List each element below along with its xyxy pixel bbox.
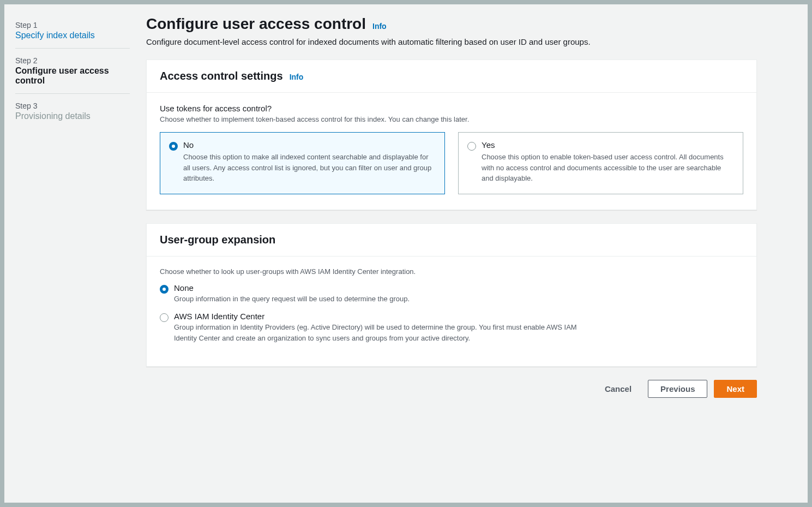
tile-desc: Choose this option to make all indexed c… [183,152,436,184]
step-title: Provisioning details [15,111,130,121]
step-title[interactable]: Specify index details [15,31,130,40]
main-content: Configure user access control Info Confi… [146,15,757,492]
page-title: Configure user access control [146,15,366,33]
page-container: Step 1 Specify index details Step 2 Conf… [4,4,808,503]
panel-header: User-group expansion [147,224,756,257]
step-1[interactable]: Step 1 Specify index details [15,21,130,49]
next-button[interactable]: Next [714,380,757,398]
access-control-panel: Access control settings Info Use tokens … [146,59,757,210]
field-hint: Choose whether to implement token-based … [160,115,743,123]
tile-content: Yes Choose this option to enable token-b… [482,140,734,184]
panel-body: Use tokens for access control? Choose wh… [147,93,756,210]
radio-icon [467,142,476,151]
tile-title: No [183,140,436,150]
radio-title: None [174,283,743,293]
panel-title: Access control settings [160,70,283,82]
tile-title: Yes [482,140,734,150]
user-group-panel: User-group expansion Choose whether to l… [146,223,757,367]
info-link[interactable]: Info [290,73,304,81]
radio-icon [160,285,169,294]
radio-option-none[interactable]: None Group information in the query requ… [160,283,743,305]
panel-header: Access control settings Info [147,60,756,93]
tile-option-no[interactable]: No Choose this option to make all indexe… [160,132,445,194]
tile-desc: Choose this option to enable token-based… [482,152,734,184]
info-link[interactable]: Info [372,22,387,31]
step-2: Step 2 Configure user access control [15,56,130,94]
radio-desc: Group information in the query request w… [174,294,588,305]
footer-actions: Cancel Previous Next [146,380,757,398]
field-label: Use tokens for access control? [160,104,743,113]
radio-option-iam-identity-center[interactable]: AWS IAM Identity Center Group informatio… [160,312,743,343]
panel-title: User-group expansion [160,234,275,246]
wizard-steps-nav: Step 1 Specify index details Step 2 Conf… [15,15,130,492]
field-hint: Choose whether to look up user-groups wi… [160,267,743,276]
step-number: Step 2 [15,56,130,65]
radio-content: None Group information in the query requ… [174,283,743,305]
step-title: Configure user access control [15,66,130,86]
page-description: Configure document-level access control … [146,37,757,46]
tile-content: No Choose this option to make all indexe… [183,140,436,184]
step-3: Step 3 Provisioning details [15,102,130,129]
page-header: Configure user access control Info [146,15,757,33]
tile-option-yes[interactable]: Yes Choose this option to enable token-b… [458,132,743,194]
step-number: Step 3 [15,102,130,110]
panel-body: Choose whether to look up user-groups wi… [147,257,756,367]
radio-desc: Group information in Identity Providers … [174,322,588,343]
radio-content: AWS IAM Identity Center Group informatio… [174,312,743,343]
radio-icon [169,142,178,151]
previous-button[interactable]: Previous [648,380,707,398]
tile-row: No Choose this option to make all indexe… [160,132,743,194]
cancel-button[interactable]: Cancel [595,380,641,398]
step-number: Step 1 [15,21,130,29]
radio-icon [160,313,169,322]
radio-title: AWS IAM Identity Center [174,312,743,321]
